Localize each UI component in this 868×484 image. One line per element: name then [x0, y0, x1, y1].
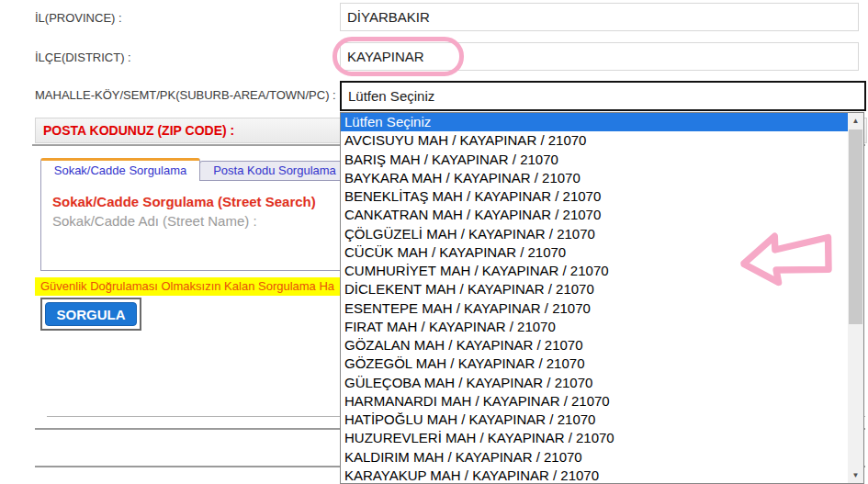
dropdown-option[interactable]: BENEKLİTAŞ MAH / KAYAPINAR / 21070	[341, 187, 848, 206]
dropdown-option[interactable]: AVCISUYU MAH / KAYAPINAR / 21070	[341, 131, 848, 150]
dropdown-option[interactable]: ESENTEPE MAH / KAYAPINAR / 21070	[341, 299, 848, 318]
dropdown-option[interactable]: CANKATRAN MAH / KAYAPINAR / 21070	[341, 206, 848, 224]
tab-postal-code-search[interactable]: Posta Kodu Sorgulama	[199, 161, 350, 181]
province-input[interactable]	[340, 3, 859, 31]
dropdown-option[interactable]: HUZUREVLERİ MAH / KAYAPINAR / 21070	[341, 429, 848, 447]
scrollbar-thumb[interactable]	[849, 129, 862, 324]
dropdown-option[interactable]: GÜLEÇOBA MAH / KAYAPINAR / 21070	[341, 374, 848, 392]
dropdown-option[interactable]: KALDIRIM MAH / KAYAPINAR / 21070	[341, 448, 848, 467]
dropdown-option[interactable]: GÖZEGÖL MAH / KAYAPINAR / 21070	[341, 355, 848, 373]
dropdown-option[interactable]: CUMHURİYET MAH / KAYAPINAR / 21070	[341, 262, 848, 280]
province-label: İL(PROVINCE) :	[35, 11, 122, 25]
district-label: İLÇE(DISTRICT) :	[35, 51, 131, 64]
query-button-outline: SORGULA	[40, 298, 141, 331]
dropdown-option[interactable]: HARMANARDI MAH / KAYAPINAR / 21070	[341, 392, 848, 411]
dropdown-option[interactable]: BARIŞ MAH / KAYAPINAR / 21070	[341, 151, 848, 169]
dropdown-option[interactable]: ÇÖLGÜZELİ MAH / KAYAPINAR / 21070	[341, 225, 848, 243]
dropdown-option[interactable]: BAYKARA MAH / KAYAPINAR / 21070	[341, 169, 848, 187]
dropdown-option[interactable]: CÜCÜK MAH / KAYAPINAR / 21070	[341, 243, 848, 262]
postal-code-lookup-page: İL(PROVINCE) : İLÇE(DISTRICT) : MAHALLE-…	[0, 0, 868, 484]
suburb-select-value: Lütfen Seçiniz	[348, 88, 434, 104]
dropdown-option[interactable]: FIRAT MAH / KAYAPINAR / 21070	[341, 318, 848, 336]
suburb-select[interactable]: Lütfen Seçiniz	[340, 81, 866, 111]
tab-street-search[interactable]: Sokak/Cadde Sorgulama	[40, 158, 200, 181]
query-button[interactable]: SORGULA	[45, 302, 137, 326]
dropdown-option[interactable]: DİCLEKENT MAH / KAYAPINAR / 21070	[341, 280, 848, 298]
dropdown-option[interactable]: GÖZALAN MAH / KAYAPINAR / 21070	[341, 336, 848, 355]
dropdown-scrollbar[interactable]: ▲ ▼	[848, 113, 863, 483]
dropdown-option[interactable]: HATİPOĞLU MAH / KAYAPINAR / 21070	[341, 411, 848, 429]
suburb-label: MAHALLE-KÖY/SEMT/PK(SUBURB-AREA/TOWN/PC)…	[35, 88, 336, 102]
scroll-down-icon[interactable]: ▼	[848, 467, 863, 483]
district-input[interactable]	[340, 42, 859, 71]
dropdown-option-selected[interactable]: Lütfen Seçiniz	[341, 113, 848, 131]
suburb-dropdown-list: Lütfen Seçiniz AVCISUYU MAH / KAYAPINAR …	[340, 112, 864, 484]
scroll-up-icon[interactable]: ▲	[848, 113, 863, 129]
dropdown-option[interactable]: KARAYAKUP MAH / KAYAPINAR / 21070	[341, 467, 848, 484]
